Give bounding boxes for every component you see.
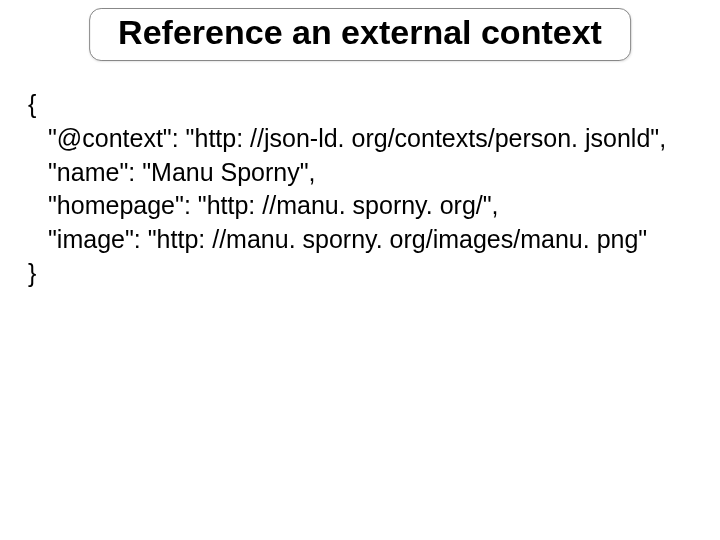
code-line-homepage: "homepage": "http: //manu. sporny. org/"… [28,189,666,223]
code-line-name: "name": "Manu Sporny", [28,156,666,190]
code-close-brace: } [28,257,666,291]
code-line-image: "image": "http: //manu. sporny. org/imag… [28,223,666,257]
slide-title: Reference an external context [118,13,602,52]
code-open-brace: { [28,88,666,122]
code-block: { "@context": "http: //json-ld. org/cont… [28,88,666,291]
title-box: Reference an external context [89,8,631,61]
code-line-context: "@context": "http: //json-ld. org/contex… [28,122,666,156]
